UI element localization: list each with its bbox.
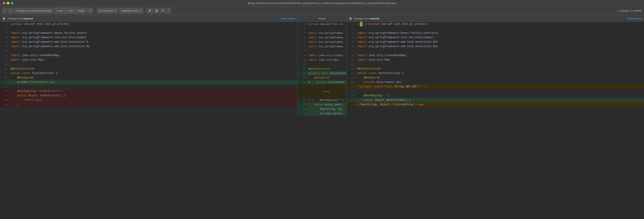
table-row: 2 bbox=[346, 26, 644, 31]
down-arrow-icon: ↓ bbox=[10, 9, 12, 12]
table-row: 19 « ✕ Map<String, Object> returnedValue… bbox=[346, 102, 644, 107]
close-button[interactable] bbox=[3, 2, 5, 4]
result-code-area[interactable]: 1 package com.wyf.test.test_pr_private; … bbox=[298, 22, 346, 116]
status-text: 2 changes. 2 conflicts. bbox=[618, 9, 642, 12]
columns-icon: ▦ bbox=[156, 9, 158, 12]
right-code-area[interactable]: 1 ⚠ 1 ∧ ∨ package com.wyf.test.test_pr_p… bbox=[346, 22, 644, 116]
left-show-details-link[interactable]: Show Details bbox=[281, 17, 295, 20]
table-row: 6 import org.springframework.web.bind.an… bbox=[0, 44, 298, 49]
table-row: 11 @RestController bbox=[0, 67, 298, 71]
table-row: 4 import org.springframework.core.env.En… bbox=[346, 35, 644, 40]
dropdown-caret-icon: ▼ bbox=[139, 9, 141, 12]
table-row: 16 @GetMapping("/addByBranch2") bbox=[0, 89, 298, 93]
table-row: 9 import java.util.Map; bbox=[298, 58, 346, 62]
table-row: 15 bbox=[298, 84, 346, 98]
table-row: 13 @Autowired bbox=[0, 75, 298, 80]
table-row: 3 import org.springframework.beans.facto… bbox=[0, 31, 298, 35]
left-conflict-arrow-19[interactable]: « bbox=[356, 102, 358, 107]
table-row: 12 public class TestController { bbox=[0, 71, 298, 75]
table-row: 12 ● public class TestController { bbox=[298, 71, 346, 75]
reject-conflict-button[interactable]: ✕ bbox=[358, 84, 360, 89]
right-show-details-link[interactable]: Show Details bbox=[628, 17, 642, 20]
left-code-area[interactable]: 1 package com.wyf.test.test_pr_private; … bbox=[0, 22, 298, 116]
table-row: 5 import org.springframework.web.bind.an… bbox=[298, 40, 346, 44]
table-row: 4 import org.springframework.core.env.En… bbox=[0, 35, 298, 40]
toolbar: ↑ ↓ ⟳ Apply non-conflicting changes » Le… bbox=[0, 6, 644, 15]
table-row: 1 package com.wyf.test.test_pr_private; bbox=[298, 22, 346, 26]
table-row: 17 @GetMapping("/") bbox=[346, 93, 644, 98]
right-panel-title: Changes from branch1 bbox=[354, 17, 380, 20]
gear-icon-button[interactable]: ⚙ bbox=[160, 8, 166, 14]
right-button[interactable]: « Right bbox=[75, 8, 86, 14]
table-row: 10 bbox=[346, 62, 644, 67]
table-row: 2 bbox=[0, 26, 298, 31]
right-lock-icon: 🔒 bbox=[349, 17, 352, 20]
title-bar: Merge Revisions for /Users/stone/DevFold… bbox=[0, 0, 644, 6]
center-result-panel: Result 1 package com.wyf.test.test_pr_pr… bbox=[298, 15, 346, 116]
table-row: 14 private Environment env; bbox=[346, 80, 644, 84]
table-row: 8 import java.util.LinkedHashMap; bbox=[0, 53, 298, 58]
left-lock-icon: 🔒 bbox=[2, 17, 6, 20]
up-arrow-icon: ↑ bbox=[4, 9, 5, 12]
sync-icon: ⟳ bbox=[16, 9, 18, 12]
conflict-count-badge: 1 bbox=[360, 22, 362, 26]
prev-conflict-button[interactable]: ∧ bbox=[363, 22, 365, 26]
right-chevrons-icon: « bbox=[76, 9, 78, 12]
table-row: 18 public Object getProfiles() { bbox=[346, 98, 644, 102]
help-button[interactable]: ? bbox=[166, 8, 171, 14]
right-accept-button[interactable]: » bbox=[311, 98, 314, 102]
table-row: 18 return null; bbox=[0, 98, 298, 102]
do-not-ignore-dropdown[interactable]: Do not ignore ▼ bbox=[96, 8, 118, 14]
table-row: 7 bbox=[298, 49, 346, 53]
accepted-indicator: ● bbox=[308, 80, 310, 84]
table-row: 17 public Object addByBranch2() { bbox=[0, 93, 298, 98]
left-chevrons-icon: » bbox=[56, 9, 58, 12]
gear-icon: ⚙ bbox=[162, 9, 164, 12]
left-panel-header: 🔒 Changes from branch2 Show Details bbox=[0, 15, 298, 22]
down-arrow-button[interactable]: ↓ bbox=[8, 8, 14, 14]
left-diff-panel: 🔒 Changes from branch2 Show Details 1 pa… bbox=[0, 15, 298, 116]
table-row: 4 import org.springframework.core.env.En… bbox=[298, 35, 346, 40]
all-icon: «» bbox=[67, 9, 69, 12]
minimize-button[interactable] bbox=[7, 2, 10, 4]
left-conflict-arrow[interactable]: « bbox=[356, 84, 358, 89]
settings-icon-button[interactable]: ⚡ bbox=[147, 8, 153, 14]
table-row: 1 ⚠ 1 ∧ ∨ package com.wyf.test.test_pr_p… bbox=[346, 22, 644, 26]
warning-icon: ⚠ bbox=[357, 22, 359, 26]
table-row: 15 bbox=[0, 84, 298, 89]
table-row: 15 « ✕ private static final String ABC_D… bbox=[346, 84, 644, 89]
table-row: 8 import java.util.LinkedHashMap; bbox=[346, 53, 644, 58]
table-row: 8 import java.util.LinkedHashMap; bbox=[298, 53, 346, 58]
apply-non-conflicting-button[interactable]: ⟳ Apply non-conflicting changes bbox=[14, 8, 54, 14]
result-panel-header: Result bbox=[298, 15, 346, 22]
left-accept-button[interactable]: « bbox=[308, 98, 310, 102]
columns-icon-button[interactable]: ▦ bbox=[154, 8, 159, 14]
traffic-lights bbox=[3, 2, 14, 4]
table-row: 1 package com.wyf.test.test_pr_private; bbox=[0, 22, 298, 26]
magic-wand-button[interactable]: ✦ bbox=[87, 8, 93, 14]
table-row: 10 bbox=[298, 62, 346, 67]
table-row: 13 @Autowired bbox=[346, 75, 644, 80]
table-row: 6 import org.springframework.web.bind.an… bbox=[346, 44, 644, 49]
table-row: 17 public Object getProfiles() { bbox=[298, 102, 346, 107]
table-row: 16 « » @GetMapping("/") bbox=[298, 98, 346, 102]
left-button[interactable]: » Left bbox=[55, 8, 64, 14]
up-arrow-button[interactable]: ↑ bbox=[2, 8, 7, 14]
table-row: 18 Map<String, Object> map = new LinkedH… bbox=[298, 107, 346, 111]
dropdown-caret-icon: ▼ bbox=[114, 9, 116, 12]
all-button[interactable]: «» All bbox=[65, 8, 75, 14]
next-conflict-button[interactable]: ∨ bbox=[366, 22, 367, 26]
direction-button-group: » Left «» All « Right bbox=[54, 7, 86, 14]
table-row: 11 @RestController bbox=[298, 67, 346, 71]
table-row: 12 public class TestController { bbox=[346, 71, 644, 75]
table-row: 2 bbox=[298, 26, 346, 31]
table-row: 16 bbox=[346, 89, 644, 93]
magic-wand-icon: ✦ bbox=[89, 9, 91, 12]
reject-conflict-button-19[interactable]: ✕ bbox=[358, 102, 360, 107]
highlight-words-dropdown[interactable]: Highlight words ▼ bbox=[120, 8, 143, 14]
table-row: 6 import org.springframework.web.bind.an… bbox=[298, 44, 346, 49]
diff-area: 🔒 Changes from branch2 Show Details 1 pa… bbox=[0, 15, 644, 116]
table-row: 3 import org.springframework.beans.facto… bbox=[298, 31, 346, 35]
separator-1 bbox=[95, 8, 95, 13]
maximize-button[interactable] bbox=[11, 2, 14, 4]
